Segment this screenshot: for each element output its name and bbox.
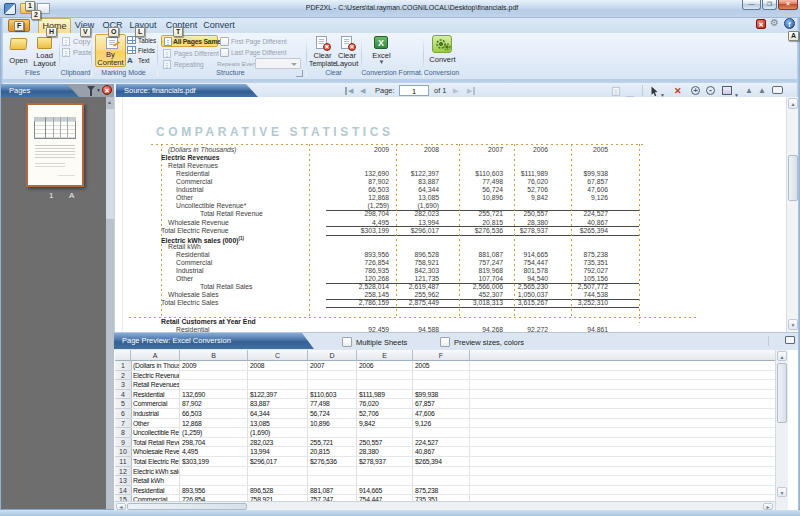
open-button[interactable]: Open — [6, 35, 31, 67]
sheet-cell[interactable]: 224,527 — [413, 438, 470, 448]
sheet-cell[interactable]: 2007 — [308, 361, 357, 371]
marking-column-line[interactable] — [639, 144, 640, 317]
scroll-thumb[interactable] — [777, 363, 787, 423]
source-tab[interactable]: Source: financials.pdf — [116, 84, 258, 97]
scroll-down-icon[interactable]: ▼ — [777, 487, 787, 497]
sheet-cell[interactable]: $303,199 — [180, 457, 248, 467]
sheet-cell[interactable]: (1,259) — [180, 428, 248, 438]
sheet-row-number[interactable]: 11 — [115, 457, 132, 467]
sheet-cell[interactable] — [357, 428, 413, 438]
pages-close-icon[interactable]: ✕ — [102, 85, 112, 95]
sheet-cell[interactable]: Total Retail Reve... — [131, 438, 180, 448]
pages-different-button[interactable]: Pages Different — [163, 48, 219, 59]
sheet-cell[interactable]: Total Electric Re... — [131, 457, 180, 467]
sheet-cell[interactable] — [248, 380, 308, 390]
next-page-button[interactable]: ▶ — [453, 87, 458, 95]
sheet-cell[interactable] — [357, 476, 413, 486]
sheet-cell[interactable]: Wholesale Reve... — [131, 447, 180, 457]
sheet-cell[interactable] — [413, 467, 470, 477]
pages-panel[interactable]: 1 A — [1, 97, 114, 509]
sheet-cell[interactable] — [308, 428, 357, 438]
sheet-row-number[interactable]: 12 — [115, 467, 132, 477]
sheet-cell[interactable] — [248, 371, 308, 381]
sheet-corner-cell[interactable] — [115, 350, 131, 361]
sheet-cell[interactable]: 10,896 — [308, 419, 357, 429]
document-canvas[interactable]: COMPARATIVE STATISTICS (Dollars in Thous… — [114, 97, 786, 332]
scroll-left-icon[interactable]: ◄ — [116, 503, 126, 510]
sheet-cell[interactable]: 2006 — [357, 361, 413, 371]
sheet-cell[interactable] — [413, 428, 470, 438]
text-button[interactable]: A Text — [127, 55, 150, 66]
clear-layout-button[interactable]: ✕ Clear Layout — [335, 35, 359, 67]
settings-gear-icon[interactable]: ⚙ — [770, 17, 779, 28]
last-page-button[interactable]: ▶ — [467, 87, 475, 95]
sheet-row-number[interactable]: 13 — [115, 476, 132, 486]
page-thumbnail[interactable] — [26, 103, 84, 187]
sheet-column-header-B[interactable]: B — [180, 350, 248, 361]
page-number-input[interactable]: 1 — [399, 85, 429, 96]
sheet-row-number[interactable]: 5 — [115, 399, 132, 409]
marking-column-line[interactable] — [309, 144, 310, 317]
clear-template-button[interactable]: ✕ Clear Template — [309, 35, 336, 67]
sheet-cell[interactable]: 64,344 — [248, 409, 308, 419]
marking-bottom-line[interactable] — [129, 317, 696, 318]
sheet-cell[interactable]: Retail Revenues — [131, 380, 180, 390]
marking-top-line[interactable] — [151, 144, 646, 145]
sheet-cell[interactable]: 87,902 — [180, 399, 248, 409]
sheet-cell[interactable]: Commercial — [131, 399, 180, 409]
sheet-cell[interactable]: 893,956 — [180, 486, 248, 496]
sheet-vertical-scrollbar[interactable]: ▲▼ — [775, 350, 788, 510]
sheet-cell[interactable]: $111,989 — [357, 390, 413, 400]
convert-button[interactable]: Convert — [427, 34, 458, 67]
sheet-cell[interactable] — [180, 371, 248, 381]
sheet-cell[interactable] — [180, 467, 248, 477]
repeats-every-combobox[interactable] — [255, 58, 301, 69]
minimize-button[interactable]: — — [742, 0, 761, 10]
first-page-button[interactable]: ◀ — [345, 87, 353, 95]
sheet-cell[interactable] — [308, 371, 357, 381]
sheet-row-number[interactable]: 6 — [115, 409, 132, 419]
sheet-cell[interactable] — [308, 476, 357, 486]
sheet-cell[interactable] — [308, 380, 357, 390]
monitor-icon[interactable] — [785, 336, 795, 344]
sheet-cell[interactable]: 9,842 — [357, 419, 413, 429]
sheet-cell[interactable]: 2008 — [248, 361, 308, 371]
sheet-cell[interactable]: Residential — [131, 486, 180, 496]
scroll-up-icon[interactable]: ▲ — [777, 351, 787, 361]
sheet-cell[interactable]: 298,704 — [180, 438, 248, 448]
sheet-cell[interactable]: (Dollars in Thous... — [131, 361, 180, 371]
restore-button[interactable]: ❐ — [762, 0, 777, 10]
marking-column-line[interactable] — [161, 144, 162, 317]
marking-column-line[interactable] — [514, 144, 515, 317]
sheet-cell[interactable]: $122,397 — [248, 390, 308, 400]
marking-column-line[interactable] — [396, 144, 397, 317]
scroll-thumb[interactable] — [127, 503, 247, 510]
by-content-button[interactable]: By Content — [95, 34, 126, 67]
preview-colors-checkbox[interactable] — [440, 337, 450, 347]
sheet-cell[interactable]: 66,503 — [180, 409, 248, 419]
sheet-row-number[interactable]: 9 — [115, 438, 132, 448]
close-document-icon[interactable]: ✕ — [756, 19, 766, 29]
sheet-cell[interactable] — [357, 380, 413, 390]
excel-preview-sheet[interactable]: ABCDEF1(Dollars in Thous...2009200820072… — [114, 350, 798, 510]
zoom-in-icon[interactable]: + — [691, 86, 700, 95]
all-pages-same-button[interactable]: All Pages Same — [161, 35, 218, 47]
document-vertical-scrollbar[interactable]: ▲ ▼ — [786, 97, 798, 332]
sheet-column-header-A[interactable]: A — [131, 350, 180, 361]
delete-marking-icon[interactable]: ✕ — [674, 85, 682, 97]
sheet-cell[interactable]: (1,690) — [248, 428, 308, 438]
select-cursor-icon[interactable] — [650, 86, 660, 97]
close-button[interactable]: ✕ — [778, 0, 798, 10]
excel-button[interactable]: X Excel ▼ — [365, 35, 398, 67]
sheet-cell[interactable]: $265,394 — [413, 457, 470, 467]
help-icon[interactable]: f — [784, 18, 795, 29]
sheet-cell[interactable]: 282,023 — [248, 438, 308, 448]
sheet-cell[interactable]: 914,665 — [357, 486, 413, 496]
sheet-row-number[interactable]: 8 — [115, 428, 132, 438]
sheet-cell[interactable] — [413, 371, 470, 381]
sheet-cell[interactable] — [357, 371, 413, 381]
sheet-cell[interactable]: $296,017 — [248, 457, 308, 467]
rotate-right-icon[interactable]: ▲ — [758, 85, 766, 97]
sheet-cell[interactable]: Uncollectible Rev... — [131, 428, 180, 438]
prev-page-button[interactable]: ◀ — [360, 87, 365, 95]
